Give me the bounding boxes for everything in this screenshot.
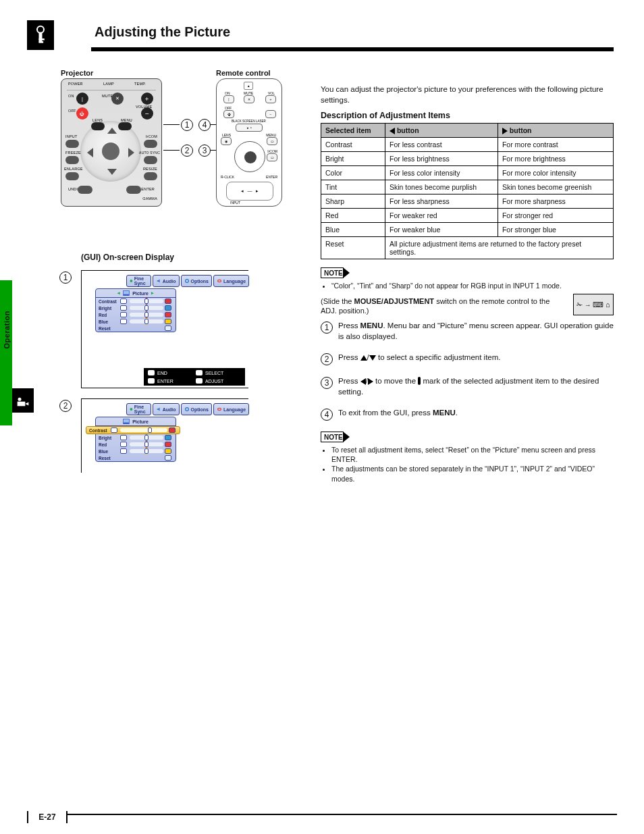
gui-tabs: Fine Sync Audio Options Language <box>126 275 249 287</box>
rc-vol-up-button[interactable]: + <box>265 95 276 103</box>
lead-line <box>163 124 180 125</box>
mute-button[interactable]: ✕ <box>111 93 124 105</box>
rc-lens-button[interactable]: ◉ <box>221 137 232 145</box>
svg-rect-1 <box>39 32 43 43</box>
rc-dpad-knob[interactable] <box>244 151 257 163</box>
tab-language[interactable]: Language <box>213 275 249 287</box>
rc-ircom-button[interactable]: ▭ <box>267 153 277 161</box>
lens-button[interactable] <box>91 122 105 130</box>
operation-icon <box>12 388 34 413</box>
gui-window: ◂ Picture ▸ Contrast Bright <box>95 288 176 332</box>
th-item: Selected item <box>321 124 385 138</box>
svg-point-7 <box>185 280 188 283</box>
on-button[interactable]: | <box>76 93 88 105</box>
resize-button[interactable] <box>144 172 157 180</box>
slider-bright[interactable]: Bright <box>96 305 176 311</box>
dpad-center[interactable] <box>102 142 119 160</box>
slider-reset-2[interactable]: Reset <box>96 454 176 461</box>
note-badge-2: NOTE <box>321 432 344 442</box>
step-4-number: 4 <box>321 409 333 421</box>
right-cell: For more brightness <box>498 152 613 166</box>
slider-blue-2[interactable]: Blue <box>96 448 176 454</box>
menu-button[interactable] <box>118 122 132 130</box>
key-icon <box>27 20 54 50</box>
page-number: E-27 <box>27 811 68 823</box>
rc-enter-label: ENTER <box>266 175 277 179</box>
tab-audio[interactable]: Audio <box>153 275 180 287</box>
step-3-text: Press / to move the mark of the selected… <box>338 376 614 397</box>
lamp-led-label: LAMP <box>103 82 114 86</box>
temp-led-label: TEMP. <box>134 82 146 86</box>
autosync-button[interactable] <box>144 156 157 164</box>
volume-up-button[interactable]: ＋ <box>141 93 153 105</box>
item-cell: Tint <box>321 180 385 194</box>
rc-menu-button[interactable]: ▭ <box>267 137 277 145</box>
slider-blue[interactable]: Blue <box>96 318 176 325</box>
note-item: The adjustments can be stored separately… <box>331 464 614 483</box>
slider-contrast[interactable]: Contrast <box>96 298 176 305</box>
tab-audio-label: Audio <box>163 279 176 284</box>
page-title: Adjusting the Picture <box>95 24 230 40</box>
rc-on-button[interactable]: | <box>223 95 234 103</box>
tab-options[interactable]: Options <box>181 275 212 287</box>
gui-step-2: 2 <box>59 400 72 412</box>
section-sidebar-label: Operation <box>3 311 11 348</box>
enlarge-button[interactable] <box>65 172 79 180</box>
tab-audio[interactable]: Audio <box>153 403 180 415</box>
rc-vol-dn-button[interactable]: − <box>265 110 276 118</box>
slider-red[interactable]: Red <box>96 311 176 318</box>
enlarge-label: ENLARGE <box>64 167 83 171</box>
gui-window-titlebar-2: Picture <box>96 417 176 426</box>
adjust-icon <box>196 378 203 384</box>
svg-point-8 <box>218 280 221 282</box>
tab-finesync[interactable]: Fine Sync <box>126 403 151 415</box>
input-button[interactable] <box>65 140 79 148</box>
lead-line <box>211 150 216 151</box>
enter-button[interactable] <box>126 186 141 194</box>
on-label: ON <box>68 94 74 98</box>
projector-panel: POWER LAMP TEMP. ON | MUTE ✕ ＋ VOLUME OF… <box>61 78 162 207</box>
step-1-text: Press MENU. Menu bar and “Picture” menu … <box>338 321 614 342</box>
gamma-label: GAMMA <box>142 197 157 201</box>
adjustment-table: Selected item button button ContrastFor … <box>321 123 614 259</box>
slider-reset[interactable]: Reset <box>96 325 176 332</box>
undo-button[interactable] <box>78 186 92 194</box>
rc-dpad[interactable] <box>234 141 265 172</box>
step-2-text: Press / to select a specific adjustment … <box>338 353 614 365</box>
callout-2: 2 <box>181 145 193 157</box>
rc-mute-button[interactable]: ✕ <box>244 95 254 103</box>
freeze-button[interactable] <box>65 156 79 164</box>
right-cell: For more color intensity <box>498 166 613 180</box>
slider-mark-icon <box>418 377 421 385</box>
select-icon <box>196 370 203 375</box>
remote-panel: ▲ ON | MUTE ✕ VOL + OFF ⏻ − BLACK SCREEN… <box>216 78 282 207</box>
slider-red-2[interactable]: Red <box>96 441 176 448</box>
end-icon <box>148 370 155 375</box>
helpbar-end-label: END <box>157 371 193 375</box>
selected-contrast-row[interactable]: Contrast <box>86 426 180 434</box>
picture-icon <box>123 419 130 424</box>
intro-text: You can adjust the projector's picture t… <box>321 84 614 105</box>
helpbar-adjust-label: ADJUST <box>205 379 241 384</box>
tab-language[interactable]: Language <box>213 403 249 415</box>
item-cell: Blue <box>321 223 385 237</box>
tab-options[interactable]: Options <box>181 403 212 415</box>
rc-off-button[interactable]: ⏻ <box>223 110 234 118</box>
gui-window-title-2: Picture <box>132 419 149 424</box>
rc-bottom-pad[interactable]: ◂ — ▸ <box>226 182 273 201</box>
off-button[interactable]: ⏻ <box>76 107 88 120</box>
right-cell: For stronger blue <box>498 223 613 237</box>
triangle-right-icon <box>502 128 508 134</box>
th-left: button <box>385 124 498 138</box>
tab-finesync[interactable]: Fine Sync <box>126 275 151 287</box>
volume-down-button[interactable]: − <box>141 107 153 120</box>
power-led-label: POWER <box>68 82 83 86</box>
ircom-button[interactable] <box>144 140 157 148</box>
svg-point-12 <box>185 408 188 411</box>
rc-laser-button[interactable]: ● • <box>236 124 263 132</box>
dpad[interactable] <box>80 121 141 182</box>
remote-label: Remote control <box>216 69 271 77</box>
slider-bright-2[interactable]: Bright <box>96 434 176 441</box>
note-list-1: “Color”, “Tint” and “Sharp” do not appea… <box>331 281 614 290</box>
note-item: “Color”, “Tint” and “Sharp” do not appea… <box>331 281 614 290</box>
